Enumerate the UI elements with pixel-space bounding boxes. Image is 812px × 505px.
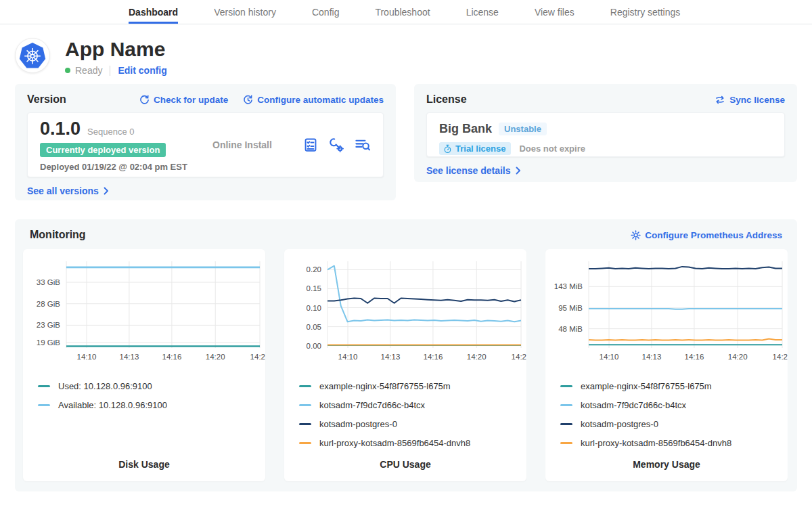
legend-item: Available: 10.128.0.96:9100 <box>38 395 260 414</box>
legend-swatch <box>299 442 311 444</box>
y-tick-label: 33 GiB <box>37 278 60 286</box>
legend-item: example-nginx-54f8f76755-l675m <box>299 376 521 395</box>
checklist-icon[interactable] <box>303 137 318 152</box>
y-tick-label: 0.15 <box>307 284 321 292</box>
legend-label: kotsadm-postgres-0 <box>319 419 397 429</box>
version-card: Version Check for update Configure autom… <box>15 84 396 200</box>
top-nav: Dashboard Version history Config Trouble… <box>0 0 812 24</box>
x-tick-label: 14:23 <box>512 353 526 361</box>
legend-label: Available: 10.128.0.96:9100 <box>58 400 167 410</box>
version-card-title: Version <box>27 93 66 106</box>
customer-name: Big Bank <box>439 122 492 136</box>
cpu-usage-chart: 14:1014:1314:1614:2014:230.200.150.100.0… <box>290 256 521 367</box>
deployed-status-badge: Currently deployed version <box>40 143 166 157</box>
series-line <box>589 267 782 269</box>
legend-label: kotsadm-postgres-0 <box>581 419 658 429</box>
summary-cards-row: Version Check for update Configure autom… <box>0 84 812 200</box>
legend-label: kurl-proxy-kotsadm-8569fb6454-dnvh8 <box>319 438 470 448</box>
cpu-usage-legend: example-nginx-54f8f76755-l675mkotsadm-7f… <box>290 376 521 452</box>
legend-swatch <box>299 423 311 425</box>
disk-usage-chart: 14:1014:1314:1614:2014:2333 GiB28 GiB23 … <box>28 256 260 367</box>
tab-registry-settings[interactable]: Registry settings <box>610 0 680 24</box>
legend-item: kotsadm-7f9dc7d66c-b4tcx <box>299 395 521 414</box>
x-tick-label: 14:16 <box>685 353 704 361</box>
chart-title: CPU Usage <box>290 459 521 470</box>
tab-version-history[interactable]: Version history <box>214 0 276 24</box>
tab-dashboard[interactable]: Dashboard <box>129 0 178 24</box>
y-tick-label: 0.00 <box>307 342 321 350</box>
app-status-row: Ready Edit config <box>65 65 167 76</box>
x-tick-label: 14:13 <box>381 353 401 361</box>
tab-license[interactable]: License <box>466 0 499 24</box>
wrench-gear-icon[interactable] <box>329 137 344 152</box>
sync-arrows-icon <box>715 95 725 105</box>
tab-view-files[interactable]: View files <box>535 0 574 24</box>
legend-swatch <box>38 404 50 406</box>
x-tick-label: 14:13 <box>120 353 139 361</box>
license-expiry-text: Does not expire <box>519 144 585 154</box>
see-all-versions-link[interactable]: See all versions <box>27 185 109 196</box>
app-header-text: App Name Ready Edit config <box>65 38 167 76</box>
x-tick-label: 14:20 <box>728 353 748 361</box>
x-tick-label: 14:16 <box>424 353 443 361</box>
app-status-text: Ready <box>75 65 102 76</box>
legend-swatch <box>38 385 50 387</box>
license-summary-card: Big Bank Unstable Trial license Does not… <box>426 112 785 157</box>
legend-item: Used: 10.128.0.96:9100 <box>38 376 260 395</box>
x-tick-label: 14:20 <box>206 353 225 361</box>
deployed-timestamp: Deployed 01/19/22 @ 02:04 pm EST <box>40 162 212 172</box>
legend-item: kurl-proxy-kotsadm-8569fb6454-dnvh8 <box>560 433 782 452</box>
configure-prometheus-button[interactable]: Configure Prometheus Address <box>631 230 782 240</box>
legend-swatch <box>560 442 572 444</box>
x-tick-label: 14:10 <box>600 353 619 361</box>
log-search-icon[interactable] <box>355 137 371 152</box>
y-tick-label: 143 MiB <box>554 282 583 290</box>
current-version-card: 0.1.0 Sequence 0 Currently deployed vers… <box>27 112 384 177</box>
y-tick-label: 0.05 <box>307 323 321 331</box>
series-line <box>589 339 782 341</box>
series-line <box>328 299 521 303</box>
sync-license-button[interactable]: Sync license <box>715 95 785 105</box>
version-number: 0.1.0 <box>40 118 81 139</box>
series-line <box>589 309 782 309</box>
charts-row: 14:1014:1314:1614:2014:2333 GiB28 GiB23 … <box>23 249 789 481</box>
edit-config-link[interactable]: Edit config <box>118 65 166 76</box>
legend-label: kotsadm-7f9dc7d66c-b4tcx <box>319 400 425 410</box>
chart-title: Disk Usage <box>28 459 260 470</box>
stopwatch-icon <box>443 144 452 154</box>
x-tick-label: 14:23 <box>773 353 788 361</box>
app-header: App Name Ready Edit config <box>0 24 812 76</box>
legend-item: kotsadm-postgres-0 <box>560 414 782 433</box>
x-tick-label: 14:13 <box>642 353 662 361</box>
legend-item: example-nginx-54f8f76755-l675m <box>560 376 782 395</box>
license-card-title: License <box>426 93 467 106</box>
tab-troubleshoot[interactable]: Troubleshoot <box>375 0 430 24</box>
check-for-update-button[interactable]: Check for update <box>139 95 228 105</box>
y-tick-label: 95 MiB <box>558 304 583 312</box>
configure-automatic-updates-button[interactable]: Configure automatic updates <box>243 95 384 105</box>
memory-usage-card: 14:1014:1314:1614:2014:23143 MiB95 MiB48… <box>545 249 788 481</box>
refresh-icon <box>139 95 150 105</box>
see-license-details-link[interactable]: See license details <box>426 165 521 176</box>
y-tick-label: 19 GiB <box>37 338 60 347</box>
channel-badge: Unstable <box>499 123 547 135</box>
x-tick-label: 14:16 <box>162 353 182 361</box>
monitoring-section: Monitoring Configure Prometheus Address … <box>15 219 797 491</box>
x-tick-label: 14:20 <box>467 353 487 361</box>
license-type-badge: Trial license <box>439 142 511 155</box>
page-title: App Name <box>65 38 167 61</box>
x-tick-label: 14:10 <box>77 353 97 361</box>
install-type-label: Online Install <box>212 139 303 150</box>
legend-label: kurl-proxy-kotsadm-8569fb6454-dnvh8 <box>581 438 731 448</box>
chart-title: Memory Usage <box>551 459 782 470</box>
legend-label: kotsadm-7f9dc7d66c-b4tcx <box>581 400 686 410</box>
tab-config[interactable]: Config <box>312 0 339 24</box>
license-card: License Sync license Big Bank Unstable <box>414 84 797 182</box>
kubernetes-logo-icon <box>15 38 50 73</box>
x-tick-label: 14:10 <box>338 353 358 361</box>
legend-label: example-nginx-54f8f76755-l675m <box>319 381 451 391</box>
cpu-usage-card: 14:1014:1314:1614:2014:230.200.150.100.0… <box>284 249 526 481</box>
y-tick-label: 23 GiB <box>37 321 60 329</box>
legend-item: kotsadm-7f9dc7d66c-b4tcx <box>560 395 782 414</box>
y-tick-label: 28 GiB <box>37 300 60 308</box>
